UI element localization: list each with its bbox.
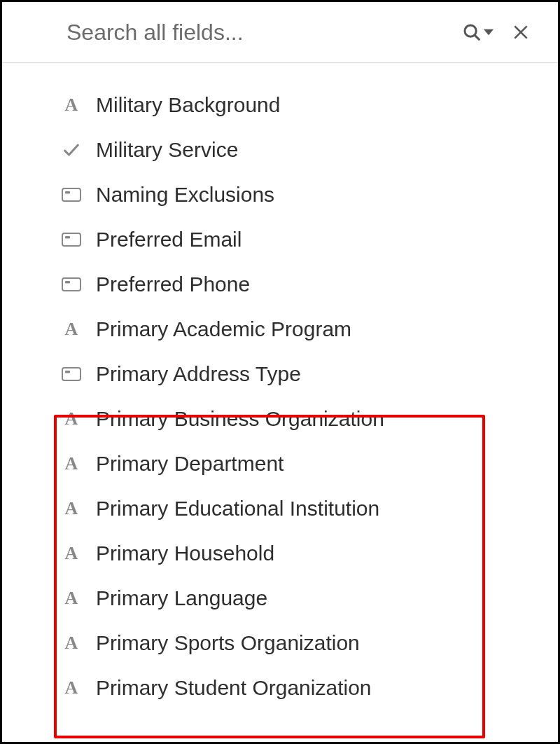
boxed-type-icon	[61, 274, 82, 295]
svg-rect-9	[62, 278, 80, 291]
field-item-primary-address-type[interactable]: Primary Address Type	[61, 352, 530, 397]
text-type-icon: A	[61, 95, 82, 116]
field-label: Primary Household	[96, 542, 274, 565]
field-label: Primary Address Type	[96, 362, 301, 386]
field-item-military-service[interactable]: Military Service	[61, 128, 530, 172]
svg-rect-11	[62, 368, 80, 380]
boxed-type-icon	[61, 364, 82, 385]
field-item-primary-educational-institution[interactable]: A Primary Educational Institution	[61, 486, 530, 531]
field-label: Primary Sports Organization	[96, 631, 360, 655]
boxed-type-icon	[61, 184, 82, 205]
text-type-icon: A	[61, 498, 82, 519]
svg-rect-12	[65, 371, 70, 373]
dropdown-caret-icon	[484, 27, 493, 37]
field-item-preferred-phone[interactable]: Preferred Phone	[61, 262, 530, 307]
svg-line-1	[475, 35, 479, 40]
field-label: Military Service	[96, 138, 238, 162]
field-label: Preferred Email	[96, 228, 241, 252]
field-label: Primary Academic Program	[96, 317, 351, 341]
close-icon	[512, 23, 530, 41]
field-item-primary-student-organization[interactable]: A Primary Student Organization	[61, 666, 530, 710]
svg-rect-8	[65, 236, 70, 239]
text-type-icon: A	[61, 588, 82, 609]
text-type-icon: A	[61, 677, 82, 698]
search-input[interactable]	[65, 19, 457, 46]
field-item-naming-exclusions[interactable]: Naming Exclusions	[61, 172, 530, 217]
field-label: Primary Educational Institution	[96, 497, 379, 521]
field-label: Primary Student Organization	[96, 676, 372, 700]
field-item-primary-department[interactable]: A Primary Department	[61, 441, 530, 486]
field-item-primary-household[interactable]: A Primary Household	[61, 531, 530, 576]
field-label: Military Background	[96, 93, 280, 117]
close-button[interactable]	[507, 19, 534, 46]
search-row	[2, 2, 558, 63]
search-button[interactable]	[457, 18, 498, 47]
field-label: Primary Language	[96, 586, 267, 610]
text-type-icon: A	[61, 408, 82, 429]
field-label: Naming Exclusions	[96, 183, 274, 207]
field-label: Primary Business Organization	[96, 407, 384, 431]
svg-rect-7	[62, 233, 80, 246]
svg-point-0	[465, 25, 476, 36]
field-label: Preferred Phone	[96, 273, 250, 296]
text-type-icon: A	[61, 453, 82, 474]
svg-rect-10	[65, 281, 70, 284]
field-item-primary-sports-organization[interactable]: A Primary Sports Organization	[61, 621, 530, 666]
boxed-type-icon	[61, 229, 82, 250]
field-item-primary-language[interactable]: A Primary Language	[61, 576, 530, 621]
text-type-icon: A	[61, 319, 82, 340]
text-type-icon: A	[61, 543, 82, 564]
svg-rect-5	[62, 188, 80, 201]
field-item-military-background[interactable]: A Military Background	[61, 83, 530, 128]
field-label: Primary Department	[96, 452, 284, 476]
search-icon	[461, 22, 482, 43]
field-item-primary-academic-program[interactable]: A Primary Academic Program	[61, 307, 530, 352]
check-type-icon	[61, 139, 82, 160]
field-list: A Military Background Military Service N…	[2, 63, 558, 742]
text-type-icon: A	[61, 633, 82, 654]
field-picker-panel: A Military Background Military Service N…	[0, 0, 560, 744]
svg-rect-6	[65, 191, 70, 194]
field-item-primary-business-organization[interactable]: A Primary Business Organization	[61, 397, 530, 441]
svg-marker-2	[484, 29, 493, 35]
field-item-preferred-email[interactable]: Preferred Email	[61, 217, 530, 262]
